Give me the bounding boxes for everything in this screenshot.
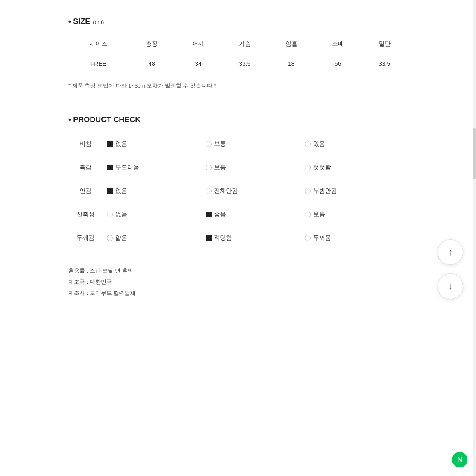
check-indicator-empty bbox=[107, 212, 113, 217]
check-option-label: 두꺼움 bbox=[313, 234, 331, 242]
check-indicator-empty bbox=[305, 188, 311, 194]
size-table-cell: FREE bbox=[68, 54, 129, 73]
check-indicator-empty bbox=[206, 141, 212, 147]
size-table: 사이즈총장어깨가슴암홀소매밑단 FREE483433.5186633.5 bbox=[68, 34, 408, 73]
check-option-label: 없음 bbox=[115, 140, 127, 148]
check-table-row: 안감없음전체안감누빔안감 bbox=[68, 179, 408, 203]
size-section-title: • SIZE (cm) bbox=[68, 17, 408, 26]
size-column-header: 밑단 bbox=[361, 34, 408, 54]
check-table-row: 신축성없음좋음보통 bbox=[68, 203, 408, 226]
size-column-header: 사이즈 bbox=[68, 34, 129, 54]
check-row-label: 안감 bbox=[68, 179, 103, 203]
check-option: 누빔안감 bbox=[305, 187, 403, 195]
check-row-options: 없음좋음보통 bbox=[103, 203, 408, 226]
scrollbar-track bbox=[473, 0, 476, 476]
size-column-header: 암홀 bbox=[268, 34, 314, 54]
size-column-header: 가슴 bbox=[221, 34, 268, 54]
size-table-row: FREE483433.5186633.5 bbox=[68, 54, 408, 73]
check-option-label: 뻣뻣함 bbox=[313, 164, 331, 171]
size-table-body: FREE483433.5186633.5 bbox=[68, 54, 408, 73]
product-check-section: • PRODUCT CHECK 비침없음보통있음촉감부드러움보통뻣뻣함안감없음전… bbox=[68, 115, 408, 250]
size-note: * 제품 측정 방법에 따라 1~3cm 오차가 발생할 수 있습니다 * bbox=[68, 82, 408, 90]
check-option-label: 부드러움 bbox=[115, 164, 139, 171]
check-option-label: 없음 bbox=[115, 211, 127, 218]
check-option-label: 보통 bbox=[313, 211, 325, 218]
check-row-options: 없음보통있음 bbox=[103, 132, 408, 156]
size-table-cell: 66 bbox=[314, 54, 361, 73]
size-section: • SIZE (cm) 사이즈총장어깨가슴암홀소매밑단 FREE483433.5… bbox=[68, 17, 408, 90]
check-row-options: 없음전체안감누빔안감 bbox=[103, 179, 408, 203]
check-indicator-filled bbox=[206, 235, 212, 241]
scroll-up-button[interactable]: ↑ bbox=[438, 239, 463, 265]
check-option-label: 얇음 bbox=[115, 234, 127, 242]
scrollbar-thumb[interactable] bbox=[473, 128, 476, 179]
check-option: 뻣뻣함 bbox=[305, 164, 403, 171]
check-indicator-filled bbox=[107, 141, 113, 147]
check-indicator-filled bbox=[206, 212, 212, 217]
scroll-down-button[interactable]: ↓ bbox=[438, 273, 463, 299]
check-indicator-empty bbox=[305, 165, 311, 170]
check-option-label: 전체안감 bbox=[214, 187, 238, 195]
size-table-cell: 18 bbox=[268, 54, 314, 73]
scroll-up-icon: ↑ bbox=[448, 247, 453, 258]
check-table-body: 비침없음보통있음촉감부드러움보통뻣뻣함안감없음전체안감누빔안감신축성없음좋음보통… bbox=[68, 132, 408, 250]
check-option-label: 보통 bbox=[214, 164, 226, 171]
size-table-header: 사이즈총장어깨가슴암홀소매밑단 bbox=[68, 34, 408, 54]
size-table-cell: 33.5 bbox=[361, 54, 408, 73]
check-option-label: 적당함 bbox=[214, 234, 232, 242]
material-line3: 제조사 : 모디무드 협력업체 bbox=[68, 288, 408, 299]
check-option-label: 누빔안감 bbox=[313, 187, 337, 195]
check-option: 두꺼움 bbox=[305, 234, 403, 242]
check-option-label: 보통 bbox=[214, 140, 226, 148]
size-table-cell: 34 bbox=[175, 54, 222, 73]
check-option: 좋음 bbox=[206, 211, 304, 218]
size-column-header: 총장 bbox=[129, 34, 175, 54]
size-column-header: 소매 bbox=[314, 34, 361, 54]
check-indicator-empty bbox=[305, 235, 311, 241]
check-indicator-empty bbox=[206, 165, 212, 170]
check-indicator-empty bbox=[206, 188, 212, 194]
check-indicator-filled bbox=[107, 188, 113, 194]
check-option: 보통 bbox=[206, 164, 304, 171]
size-table-cell: 48 bbox=[129, 54, 175, 73]
check-indicator-empty bbox=[107, 235, 113, 241]
check-row-label: 비침 bbox=[68, 132, 103, 156]
check-option: 보통 bbox=[305, 211, 403, 218]
check-option: 없음 bbox=[107, 187, 206, 195]
product-check-title: • PRODUCT CHECK bbox=[68, 115, 408, 124]
check-table-row: 촉감부드러움보통뻣뻣함 bbox=[68, 156, 408, 179]
check-option: 부드러움 bbox=[107, 164, 206, 171]
size-table-cell: 33.5 bbox=[221, 54, 268, 73]
check-option: 보통 bbox=[206, 140, 304, 148]
check-table: 비침없음보통있음촉감부드러움보통뻣뻣함안감없음전체안감누빔안감신축성없음좋음보통… bbox=[68, 132, 408, 250]
check-row-options: 부드러움보통뻣뻣함 bbox=[103, 156, 408, 179]
check-option-label: 없음 bbox=[115, 187, 127, 195]
check-option: 있음 bbox=[305, 140, 403, 148]
scroll-down-icon: ↓ bbox=[448, 281, 453, 292]
check-option-label: 있음 bbox=[313, 140, 325, 148]
size-column-header: 어깨 bbox=[175, 34, 222, 54]
check-option: 적당함 bbox=[206, 234, 304, 242]
check-table-row: 비침없음보통있음 bbox=[68, 132, 408, 156]
check-indicator-filled bbox=[107, 165, 113, 170]
material-line1: 혼용률 : 스판 모달 면 혼방 bbox=[68, 265, 408, 276]
check-option: 없음 bbox=[107, 140, 206, 148]
check-option-label: 좋음 bbox=[214, 211, 226, 218]
check-indicator-empty bbox=[305, 141, 311, 147]
check-option: 전체안감 bbox=[206, 187, 304, 195]
naver-badge[interactable]: N bbox=[452, 452, 467, 467]
material-info: 혼용률 : 스판 모달 면 혼방 제조국 : 대한민국 제조사 : 모디무드 협… bbox=[68, 265, 408, 299]
check-row-label: 두께감 bbox=[68, 226, 103, 250]
material-line2: 제조국 : 대한민국 bbox=[68, 276, 408, 288]
check-table-row: 두께감얇음적당함두꺼움 bbox=[68, 226, 408, 250]
naver-badge-label: N bbox=[457, 456, 462, 464]
check-option: 얇음 bbox=[107, 234, 206, 242]
check-row-label: 신축성 bbox=[68, 203, 103, 226]
check-option: 없음 bbox=[107, 211, 206, 218]
check-indicator-empty bbox=[305, 212, 311, 217]
check-row-label: 촉감 bbox=[68, 156, 103, 179]
check-row-options: 얇음적당함두꺼움 bbox=[103, 226, 408, 250]
